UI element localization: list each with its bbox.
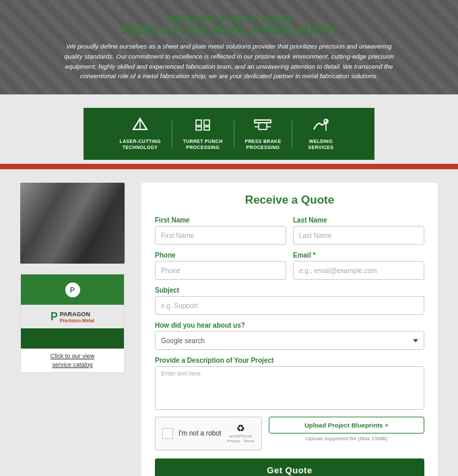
first-name-input[interactable] xyxy=(155,226,286,245)
catalog-brand-name: PARAGON xyxy=(60,311,94,318)
machine-photo xyxy=(20,183,125,264)
hear-about-group: How did you hear about us? Google search… xyxy=(155,322,424,350)
machine-photo-inner xyxy=(20,183,125,264)
svg-rect-2 xyxy=(196,120,201,125)
subject-label: Subject xyxy=(155,287,424,294)
subject-input[interactable] xyxy=(155,296,424,315)
catalog-brand-p-letter: P xyxy=(51,311,58,323)
catalog-caption[interactable]: Click to our viewservice catalog xyxy=(48,349,98,372)
press-brake-icon xyxy=(253,117,272,136)
subject-group: Subject xyxy=(155,287,424,315)
service-turret-punch-label: TURRET PUNCHPROCESSING xyxy=(183,138,223,150)
catalog-box[interactable]: P P PARAGON Precision Metal Click to our… xyxy=(20,274,125,373)
recaptcha-label: I'm not a robot xyxy=(178,429,222,437)
service-divider-1 xyxy=(172,121,172,148)
svg-rect-3 xyxy=(204,120,209,125)
description-label: Provide a Description of Your Project xyxy=(155,357,424,364)
upload-area: Upload Project Blueprints + Upload suppo… xyxy=(269,417,424,442)
upload-btn-label: Upload Project Blueprints + xyxy=(304,421,389,429)
catalog-p-badge: P xyxy=(65,282,80,297)
hero-description: We proudly define ourselves as a sheet a… xyxy=(61,42,397,82)
hero-line2: SHEET & PLATE METAL FABRICATION? xyxy=(61,24,397,36)
recaptcha-box[interactable]: I'm not a robot ♻ reCAPTCHAPrivacy - Ter… xyxy=(155,417,262,450)
last-name-group: Last Name xyxy=(293,216,424,245)
upload-hint: Upload supported file (Max 15MB) xyxy=(269,436,424,442)
turret-punch-icon xyxy=(193,117,212,136)
catalog-logo: P PARAGON Precision Metal xyxy=(51,311,94,323)
hero-section: NEED HELP WITH YOUR SHEET & PLATE METAL … xyxy=(0,0,458,94)
description-textarea[interactable] xyxy=(155,366,424,410)
get-quote-label: Get Quote xyxy=(267,465,312,475)
hero-line1: NEED HELP WITH YOUR xyxy=(61,13,397,24)
recaptcha-checkbox[interactable] xyxy=(162,428,173,439)
services-bar: LASER-CUTTINGTECHNOLOGY TURRET PUNCHPROC… xyxy=(84,108,375,160)
first-name-group: First Name xyxy=(155,216,286,245)
hear-about-label: How did you hear about us? xyxy=(155,322,424,329)
email-group: Email * xyxy=(293,251,424,280)
service-welding[interactable]: WELDINGSERVICES xyxy=(294,113,348,154)
recaptcha-logo-text: reCAPTCHAPrivacy - Terms xyxy=(227,434,255,444)
service-press-brake[interactable]: PRESS BRAKEPROCESSING xyxy=(236,113,291,154)
phone-input[interactable] xyxy=(155,261,286,280)
accent-bar xyxy=(0,164,458,169)
service-divider-2 xyxy=(234,121,234,148)
catalog-bottom xyxy=(21,328,124,349)
hero-content: NEED HELP WITH YOUR SHEET & PLATE METAL … xyxy=(61,13,397,82)
hear-about-select[interactable]: Google search Social Media Referral Othe… xyxy=(155,331,424,350)
service-welding-label: WELDINGSERVICES xyxy=(308,138,334,150)
phone-group: Phone xyxy=(155,251,286,280)
laser-cutting-icon xyxy=(131,117,150,136)
catalog-brand-text: PARAGON Precision Metal xyxy=(60,311,94,323)
catalog-caption-text: Click to our viewservice catalog xyxy=(51,353,95,368)
left-column: P P PARAGON Precision Metal Click to our… xyxy=(20,183,128,476)
service-laser-cutting[interactable]: LASER-CUTTINGTECHNOLOGY xyxy=(110,113,170,154)
svg-rect-4 xyxy=(196,127,201,130)
last-name-label: Last Name xyxy=(293,216,424,224)
form-bottom-row: I'm not a robot ♻ reCAPTCHAPrivacy - Ter… xyxy=(155,417,424,450)
service-laser-cutting-label: LASER-CUTTINGTECHNOLOGY xyxy=(120,138,161,150)
upload-button[interactable]: Upload Project Blueprints + xyxy=(269,417,424,434)
get-quote-button[interactable]: Get Quote xyxy=(155,458,424,476)
phone-label: Phone xyxy=(155,251,286,259)
quote-form-container: Receive a Quote First Name Last Name Pho… xyxy=(141,183,438,476)
catalog-top: P xyxy=(21,274,124,305)
contact-row: Phone Email * xyxy=(155,251,424,280)
form-title: Receive a Quote xyxy=(155,194,424,207)
email-label: Email * xyxy=(293,251,424,259)
recaptcha-logo: ♻ reCAPTCHAPrivacy - Terms xyxy=(227,423,255,444)
welding-icon xyxy=(311,117,330,136)
catalog-mid: P PARAGON Precision Metal xyxy=(21,305,124,328)
last-name-input[interactable] xyxy=(293,226,424,245)
email-input[interactable] xyxy=(293,261,424,280)
catalog-brand-sub: Precision Metal xyxy=(60,318,94,323)
service-divider-3 xyxy=(292,121,292,148)
svg-rect-5 xyxy=(204,127,209,130)
first-name-label: First Name xyxy=(155,216,286,224)
service-turret-punch[interactable]: TURRET PUNCHPROCESSING xyxy=(174,113,232,154)
recaptcha-logo-icon: ♻ xyxy=(236,423,245,434)
svg-rect-7 xyxy=(259,123,267,129)
main-content: P P PARAGON Precision Metal Click to our… xyxy=(0,169,458,476)
description-group: Provide a Description of Your Project xyxy=(155,357,424,410)
name-row: First Name Last Name xyxy=(155,216,424,245)
service-press-brake-label: PRESS BRAKEPROCESSING xyxy=(245,138,282,150)
